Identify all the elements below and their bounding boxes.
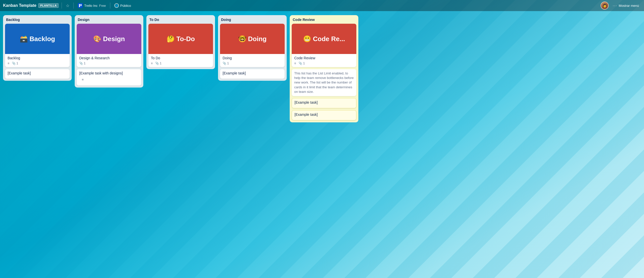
lines-icon-todo-cover: ≡ xyxy=(151,62,153,65)
nav-divider-1 xyxy=(62,3,62,9)
column-header-doing: Doing xyxy=(218,15,287,24)
card-backlog-cover[interactable]: 🗃️ BacklogBacklog≡📎 1 xyxy=(5,24,70,67)
board-title: Kanban Template xyxy=(3,3,36,8)
card-title-code-review-ex2: [Example task] xyxy=(294,113,354,117)
trello-workspace[interactable]: Trello Inc Free xyxy=(77,2,107,10)
card-cover-text-backlog-cover: 🗃️ Backlog xyxy=(20,35,55,43)
column-design: Design🎨 DesignDesign & Research📎 1[Examp… xyxy=(75,15,143,88)
card-meta-doing-cover: 📎 1 xyxy=(223,62,282,65)
dots-icon: ··· xyxy=(613,4,617,8)
card-description-code-review-desc: This list has the List Limit enabled, to… xyxy=(292,69,356,96)
column-todo: To Do🤔 To-DoTo Do≡📎 1 xyxy=(146,15,215,69)
card-meta-todo-cover: ≡📎 1 xyxy=(151,62,210,65)
card-todo-cover[interactable]: 🤔 To-DoTo Do≡📎 1 xyxy=(148,24,213,67)
plan-label: Free xyxy=(99,4,106,8)
visibility-section[interactable]: 🌐 Público xyxy=(113,2,132,10)
plantilla-badge[interactable]: PLANTILLA xyxy=(38,3,59,8)
column-doing: Doing🤓 DoingDoing📎 1[Example task] xyxy=(218,15,287,81)
card-cover-text-doing-cover: 🤓 Doing xyxy=(238,35,267,43)
card-doing-example[interactable]: [Example task] xyxy=(220,69,285,79)
column-content-code-review: 😬 Code Re...Code Review≡📎 1This list has… xyxy=(290,24,358,122)
trello-name: Trello Inc xyxy=(84,4,98,8)
card-code-review-cover[interactable]: 😬 Code Re...Code Review≡📎 1 xyxy=(292,24,356,67)
card-body-code-review-ex1: [Example task] xyxy=(292,98,356,108)
column-backlog: Backlog🗃️ BacklogBacklog≡📎 1[Example tas… xyxy=(3,15,72,81)
card-backlog-example[interactable]: [Example task] xyxy=(5,69,70,79)
card-design-example[interactable]: [Example task with designs]≡ xyxy=(77,69,141,86)
card-code-review-ex1[interactable]: [Example task] xyxy=(292,98,356,108)
card-title-doing-example: [Example task] xyxy=(223,71,282,75)
card-title-backlog-example: [Example task] xyxy=(8,71,67,75)
nav-divider-2 xyxy=(73,3,74,9)
card-title-backlog-cover: Backlog xyxy=(8,56,67,60)
card-body-doing-example: [Example task] xyxy=(220,69,285,79)
attachment-icon-design-cover: 📎 1 xyxy=(79,62,86,65)
navbar: Kanban Template PLANTILLA ☆ Trello Inc F… xyxy=(0,0,644,11)
column-content-backlog: 🗃️ BacklogBacklog≡📎 1[Example task] xyxy=(3,24,72,81)
avatar-image: 👩 xyxy=(601,2,608,9)
card-meta-design-cover: 📎 1 xyxy=(79,62,139,65)
card-design-cover[interactable]: 🎨 DesignDesign & Research📎 1 xyxy=(77,24,141,67)
card-cover-text-todo-cover: 🤔 To-Do xyxy=(167,35,195,43)
card-body-code-review-cover: Code Review≡📎 1 xyxy=(292,54,356,67)
card-code-review-desc[interactable]: This list has the List Limit enabled, to… xyxy=(292,69,356,96)
card-doing-cover[interactable]: 🤓 DoingDoing📎 1 xyxy=(220,24,285,67)
attachment-icon-todo-cover: 📎 1 xyxy=(155,62,162,65)
lines-icon-design-example: ≡ xyxy=(79,77,139,84)
card-body-design-example: [Example task with designs]≡ xyxy=(77,69,141,86)
card-title-code-review-ex1: [Example task] xyxy=(294,100,354,104)
attachment-icon-backlog-cover: 📎 1 xyxy=(12,62,18,65)
card-title-code-review-cover: Code Review xyxy=(294,56,354,60)
avatar[interactable]: 👩 xyxy=(601,2,609,10)
card-title-todo-cover: To Do xyxy=(151,56,210,60)
card-cover-design-cover: 🎨 Design xyxy=(77,24,141,54)
column-content-design: 🎨 DesignDesign & Research📎 1[Example tas… xyxy=(75,24,143,88)
card-body-todo-cover: To Do≡📎 1 xyxy=(148,54,213,67)
card-body-backlog-example: [Example task] xyxy=(5,69,70,79)
column-code-review: Code Review😬 Code Re...Code Review≡📎 1Th… xyxy=(290,15,358,122)
card-cover-text-code-review-cover: 😬 Code Re... xyxy=(303,35,345,43)
star-icon[interactable]: ☆ xyxy=(65,2,70,9)
card-body-code-review-ex2: [Example task] xyxy=(292,110,356,120)
column-content-todo: 🤔 To-DoTo Do≡📎 1 xyxy=(146,24,215,69)
lines-icon-backlog-cover: ≡ xyxy=(8,62,9,65)
column-content-doing: 🤓 DoingDoing📎 1[Example task] xyxy=(218,24,287,81)
lines-icon-code-review-cover: ≡ xyxy=(294,62,296,65)
card-cover-backlog-cover: 🗃️ Backlog xyxy=(5,24,70,54)
column-header-todo: To Do xyxy=(146,15,215,24)
card-title-design-cover: Design & Research xyxy=(79,56,139,60)
card-title-doing-cover: Doing xyxy=(223,56,282,60)
navbar-right: 👩 ··· Mostrar menú xyxy=(601,2,641,10)
nav-divider-3 xyxy=(110,3,110,9)
card-cover-code-review-cover: 😬 Code Re... xyxy=(292,24,356,54)
card-cover-todo-cover: 🤔 To-Do xyxy=(148,24,213,54)
attachment-icon-code-review-cover: 📎 1 xyxy=(299,62,305,65)
column-header-code-review: Code Review xyxy=(290,15,358,24)
card-body-doing-cover: Doing📎 1 xyxy=(220,54,285,67)
show-menu-button[interactable]: ··· Mostrar menú xyxy=(611,3,641,9)
card-cover-text-design-cover: 🎨 Design xyxy=(93,35,125,43)
card-body-design-cover: Design & Research📎 1 xyxy=(77,54,141,67)
card-cover-doing-cover: 🤓 Doing xyxy=(220,24,285,54)
visibility-label: Público xyxy=(120,4,131,8)
globe-icon: 🌐 xyxy=(114,3,119,8)
card-body-backlog-cover: Backlog≡📎 1 xyxy=(5,54,70,67)
card-meta-code-review-cover: ≡📎 1 xyxy=(294,62,354,65)
attachment-icon-doing-cover: 📎 1 xyxy=(223,62,229,65)
card-title-design-example: [Example task with designs] xyxy=(79,71,139,75)
show-menu-label: Mostrar menú xyxy=(619,4,639,8)
card-meta-backlog-cover: ≡📎 1 xyxy=(8,62,67,65)
column-header-design: Design xyxy=(75,15,143,24)
board-area: Backlog🗃️ BacklogBacklog≡📎 1[Example tas… xyxy=(0,11,644,278)
card-code-review-ex2[interactable]: [Example task] xyxy=(292,110,356,120)
trello-logo-icon xyxy=(78,3,83,8)
column-header-backlog: Backlog xyxy=(3,15,72,24)
